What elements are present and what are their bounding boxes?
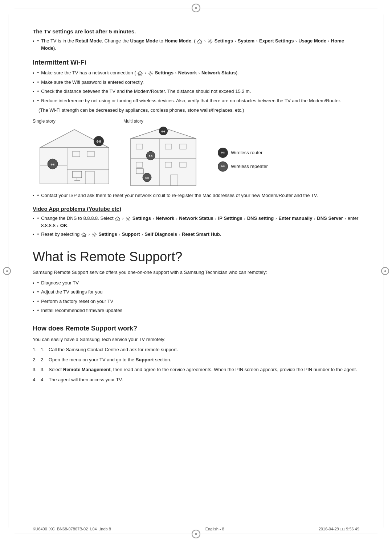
- svg-text:6·8: 6·8: [161, 130, 166, 133]
- section5-steps: 1. Call the Samsung Contact Centre and a…: [33, 346, 359, 383]
- bullet-dot: •: [37, 37, 39, 45]
- footer-left: KU6400_XC_BN68-07867B-02_L04_.indb 8: [33, 527, 111, 531]
- section2-bullet-3: • Check the distance between the TV and …: [33, 88, 359, 95]
- section5-step-3: 3. Select Remote Management, then read a…: [33, 366, 359, 373]
- section2-bullet-4: • Reduce interference by not using or tu…: [33, 97, 359, 105]
- single-story-label: Single story: [33, 119, 56, 124]
- legend-wireless-router: 6·8 Wireless router: [218, 148, 268, 158]
- section5-intro: You can easily have a Samsung Tech servi…: [33, 336, 359, 344]
- section2-contact-bullet: • Contact your ISP and ask them to reset…: [33, 192, 359, 200]
- home-icon-4: [81, 232, 86, 237]
- svg-text:6·8: 6·8: [50, 163, 55, 166]
- section4-bullet-4: • Install recommended firmware updates: [33, 307, 359, 315]
- multi-story-label: Multi story: [123, 119, 143, 124]
- home-icon-2: [138, 71, 143, 76]
- svg-point-1: [150, 72, 151, 74]
- wifi-note: (The Wi-Fi strength can be decreased by …: [38, 107, 359, 114]
- left-circle-decoration: [3, 267, 11, 275]
- footer: KU6400_XC_BN68-07867B-02_L04_.indb 8 Eng…: [33, 527, 359, 531]
- multi-story-section: Multi story: [123, 119, 211, 188]
- section1-bullets: • The TV is in the Retail Mode. Change t…: [33, 37, 359, 52]
- section2-bullet-1: • Make sure the TV has a network connect…: [33, 69, 359, 77]
- section4-intro: Samsung Remote Support service offers yo…: [33, 269, 359, 276]
- single-story-section: Single story: [33, 119, 116, 188]
- svg-point-0: [209, 40, 211, 42]
- section1-bullet-1: • The TV is in the Retail Mode. Change t…: [33, 37, 359, 52]
- gear-icon-3: [126, 216, 131, 221]
- footer-center: English - 8: [205, 527, 224, 531]
- single-story-diagram: 6·8 6·8: [33, 126, 116, 188]
- section3-title: Video App problems (Youtube etc): [33, 206, 359, 212]
- gear-icon-1: [208, 39, 213, 44]
- main-content: The TV settings are lost after 5 minutes…: [33, 28, 359, 383]
- section3-bullet-1: • Change the DNS to 8.8.8.8. Select › Se…: [33, 215, 359, 229]
- top-circle-decoration: [192, 4, 200, 12]
- wireless-router-icon: 6·8: [218, 148, 228, 158]
- svg-text:6·8: 6·8: [149, 155, 152, 157]
- section4-bullets: • Diagnose your TV • Adjust the TV setti…: [33, 279, 359, 315]
- section2-bullet-contact: • Contact your ISP and ask them to reset…: [33, 192, 359, 200]
- section3-bullets: • Change the DNS to 8.8.8.8. Select › Se…: [33, 215, 359, 238]
- svg-point-31: [94, 234, 95, 235]
- section5-step-4: 4. The agent will then access your TV.: [33, 376, 359, 383]
- section1-bullet-1-text: The TV is in the Retail Mode. Change the…: [41, 37, 359, 52]
- section1-title: The TV settings are lost after 5 minutes…: [33, 28, 359, 34]
- wireless-repeater-label: Wireless repeater: [231, 164, 268, 169]
- gear-icon-4: [92, 232, 97, 237]
- section4-bullet-3: • Perform a factory reset on your TV: [33, 298, 359, 305]
- section2-title: Intermittent Wi-Fi: [33, 59, 359, 66]
- section5-step-2: 2. Open the menu on your TV and go to th…: [33, 356, 359, 364]
- right-circle-decoration: [381, 267, 389, 275]
- wireless-repeater-icon: 6·8: [218, 161, 228, 172]
- multi-story-diagram: 6·8 6·8 6·8: [123, 126, 211, 188]
- svg-point-30: [127, 218, 129, 219]
- section5-title: How does Remote Support work?: [33, 325, 359, 332]
- home-icon: [197, 39, 202, 44]
- svg-text:6·8: 6·8: [97, 140, 101, 143]
- legend-wireless-repeater: 6·8 Wireless repeater: [218, 161, 268, 172]
- section2-bullet-2: • Make sure the Wifi password is entered…: [33, 79, 359, 86]
- wireless-router-label: Wireless router: [231, 150, 262, 155]
- svg-text:6·8: 6·8: [145, 177, 149, 179]
- section5-step-1: 1. Call the Samsung Contact Centre and a…: [33, 346, 359, 353]
- diagram-container: Single story: [33, 119, 359, 188]
- gear-icon-2: [148, 71, 153, 76]
- section3-bullet-2: • Reset by selecting › Settings › Suppor…: [33, 231, 359, 238]
- diagram-legend: 6·8 Wireless router 6·8 Wireless repeate…: [218, 148, 268, 172]
- section4-bullet-2: • Adjust the TV settings for you: [33, 288, 359, 296]
- home-icon-3: [115, 216, 120, 221]
- footer-right: 2016-04-29 □□ 9:56 49: [319, 527, 359, 531]
- page: The TV settings are lost after 5 minutes…: [0, 0, 392, 542]
- section2-bullets: • Make sure the TV has a network connect…: [33, 69, 359, 104]
- section4-bullet-1: • Diagnose your TV: [33, 279, 359, 287]
- section4-title: What is Remote Support?: [33, 249, 359, 264]
